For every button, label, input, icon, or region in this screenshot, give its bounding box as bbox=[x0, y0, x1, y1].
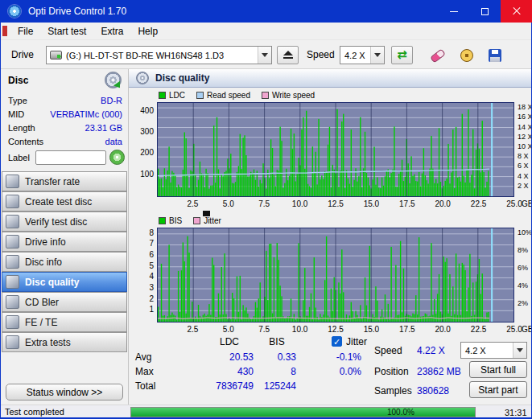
eject-button[interactable] bbox=[277, 46, 299, 64]
floppy-disk-icon bbox=[489, 49, 501, 62]
x-axis-label: 20.0 bbox=[435, 325, 450, 334]
legend-item-read-speed: Read speed bbox=[196, 91, 250, 100]
jitter-checkbox[interactable] bbox=[332, 336, 342, 347]
samples-stat-label: Samples bbox=[374, 385, 412, 396]
close-button[interactable] bbox=[501, 0, 532, 23]
options-button[interactable] bbox=[458, 47, 476, 64]
info-value: data bbox=[105, 137, 122, 146]
sidebar-item-create-test-disc[interactable]: Create test disc bbox=[2, 191, 127, 212]
drive-label: Drive bbox=[11, 49, 34, 60]
y-axis-right-label: 8% bbox=[518, 246, 528, 254]
sidebar-item-fe-te[interactable]: FE / TE bbox=[2, 312, 127, 332]
y-axis-right-label: 4% bbox=[518, 281, 528, 290]
y-axis-left-label: 1 bbox=[129, 305, 154, 314]
sidebar-item-disc-quality[interactable]: Disc quality bbox=[2, 272, 127, 292]
ldc-total-value: 7836749 bbox=[205, 380, 254, 392]
window-controls bbox=[438, 0, 532, 23]
sidebar-item-disc-info[interactable]: Disc info bbox=[2, 252, 127, 272]
disc-info-row: Type BD-R bbox=[0, 96, 129, 108]
y-axis-right-label: 14 X bbox=[518, 123, 532, 131]
menu-item-start-test[interactable]: Start test bbox=[40, 23, 93, 39]
position-slider-marker[interactable] bbox=[203, 211, 210, 216]
jitter-avg-value: -0.1% bbox=[322, 351, 361, 363]
info-label: MID bbox=[8, 109, 24, 119]
position-stat-value: 23862 MB bbox=[417, 366, 461, 377]
bis-chart-legend: BISJitter bbox=[159, 216, 221, 225]
sidebar-item-label: Drive info bbox=[25, 236, 66, 248]
chevron-down-icon bbox=[374, 53, 381, 57]
speed-stat-value: 4.22 X bbox=[417, 345, 445, 356]
y-axis-right-label: 8 X bbox=[518, 152, 529, 160]
bis-column-header: BIS bbox=[258, 336, 296, 347]
sidebar-item-label: Verify test disc bbox=[25, 216, 87, 228]
sidebar-item-transfer-rate[interactable]: Transfer rate bbox=[2, 171, 127, 191]
info-value: VERBATIMc (000) bbox=[50, 109, 122, 119]
disc-quality-header-icon bbox=[136, 72, 149, 84]
sidebar-item-extra-tests[interactable]: Extra tests bbox=[2, 332, 127, 352]
x-axis-label: 22.5 bbox=[471, 199, 486, 208]
ldc-read-speed-chart bbox=[157, 102, 514, 197]
speed-select-arrow bbox=[370, 47, 384, 64]
x-axis-label: 17.5 bbox=[399, 199, 414, 208]
x-axis-label: 15.0 bbox=[364, 199, 379, 208]
disc-info-row: Contents data bbox=[0, 137, 129, 149]
sidebar-item-cd-bler[interactable]: CD Bler bbox=[2, 292, 127, 312]
menu-item-extra[interactable]: Extra bbox=[93, 23, 130, 39]
main-panel: Disc quality LDCRead speedWrite speed BI… bbox=[129, 69, 532, 405]
position-stat-label: Position bbox=[374, 366, 409, 377]
bis-avg-value: 0.33 bbox=[258, 351, 296, 363]
y-axis-right-label: 10 X bbox=[518, 142, 532, 150]
erase-disc-button[interactable] bbox=[429, 47, 447, 64]
refresh-speeds-button[interactable] bbox=[391, 46, 413, 64]
drive-info-icon bbox=[6, 235, 19, 249]
window-title: Opti Drive Control 1.70 bbox=[28, 6, 126, 17]
x-axis-label: 2.5 bbox=[187, 199, 198, 208]
legend-item-jitter: Jitter bbox=[193, 216, 221, 225]
y-axis-right-label: 12 X bbox=[518, 133, 532, 141]
speed-select[interactable]: 4.2 X bbox=[340, 46, 385, 64]
samples-stat-value: 380628 bbox=[417, 385, 449, 396]
eject-icon bbox=[283, 51, 293, 60]
minimize-icon bbox=[450, 11, 458, 12]
ldc-swatch-icon bbox=[159, 92, 166, 99]
close-icon bbox=[513, 7, 521, 15]
bis-swatch-icon bbox=[159, 217, 166, 224]
drive-select[interactable]: (G:) HL-DT-ST BD-RE WH16NS48 1.D3 bbox=[46, 46, 272, 64]
legend-label: Write speed bbox=[272, 91, 315, 100]
disc-info-row: MID VERBATIMc (000) bbox=[0, 109, 129, 121]
maximize-icon bbox=[481, 8, 489, 15]
save-button[interactable] bbox=[486, 47, 504, 64]
bis-total-value: 125244 bbox=[258, 380, 296, 392]
start-full-button[interactable]: Start full bbox=[469, 361, 527, 378]
x-axis-label: 22.5 bbox=[471, 325, 486, 334]
x-axis-label: 25.0 bbox=[506, 199, 522, 208]
x-axis-label: 12.5 bbox=[328, 325, 343, 334]
drive-select-value: (G:) HL-DT-ST BD-RE WH16NS48 1.D3 bbox=[62, 51, 224, 60]
maximize-button[interactable] bbox=[469, 0, 501, 23]
transfer-rate-icon bbox=[6, 175, 19, 188]
x-axis-label: 5.0 bbox=[223, 199, 234, 208]
y-axis-right-label: 6 X bbox=[518, 162, 529, 170]
sidebar-item-label: Disc quality bbox=[25, 277, 79, 288]
status-window-button[interactable]: Status window >> bbox=[6, 384, 123, 401]
disc-info-icon bbox=[6, 255, 19, 269]
x-axis-label: 12.5 bbox=[328, 199, 343, 208]
cd-bler-icon bbox=[6, 295, 19, 309]
label-input[interactable] bbox=[35, 150, 106, 165]
y-axis-left-label: 300 bbox=[129, 127, 154, 136]
test-speed-select[interactable]: 4.2 X bbox=[460, 342, 527, 359]
disc-label-icon[interactable] bbox=[109, 150, 125, 165]
info-label: Type bbox=[8, 96, 27, 105]
minimize-button[interactable] bbox=[438, 0, 469, 23]
speed-select-value: 4.2 X bbox=[340, 51, 365, 60]
sidebar-item-verify-test-disc[interactable]: Verify test disc bbox=[2, 212, 127, 232]
y-axis-left-label: 2 bbox=[129, 294, 154, 303]
x-axis-label: 25.0 bbox=[506, 325, 522, 334]
sidebar-item-label: CD Bler bbox=[25, 297, 59, 308]
menu-item-help[interactable]: Help bbox=[130, 23, 165, 39]
extra-tests-icon bbox=[6, 335, 19, 349]
menu-item-file[interactable]: File bbox=[10, 23, 40, 39]
start-part-button[interactable]: Start part bbox=[469, 381, 527, 398]
sidebar-item-drive-info[interactable]: Drive info bbox=[2, 232, 127, 252]
x-axis-label: 2.5 bbox=[187, 325, 198, 334]
